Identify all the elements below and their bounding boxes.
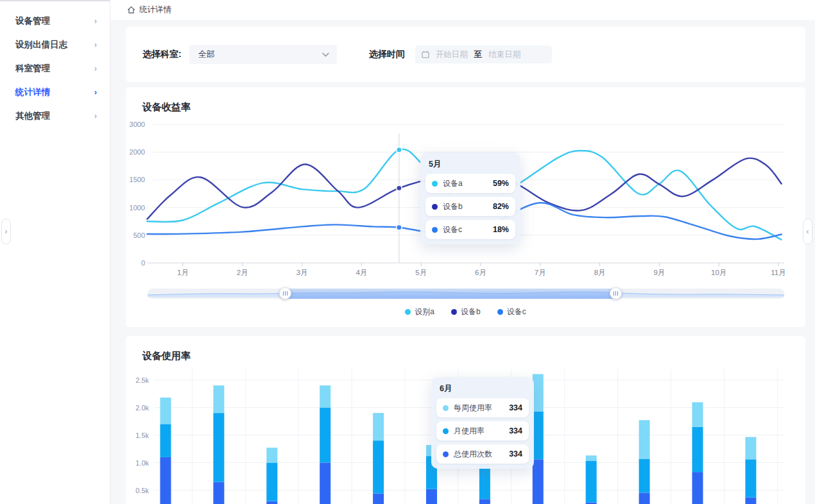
svg-text:8月: 8月 [594,269,606,276]
sidebar-menu: 设备管理 › 设别出借日志 › 科室管理 › 统计详情 › 其他管理 › [0,1,110,128]
time-filter-label: 选择时间 [369,49,405,60]
svg-text:7月: 7月 [535,269,546,276]
left-panel-toggle[interactable]: › [1,219,11,244]
sidebar-item-label: 科室管理 [15,63,50,74]
sidebar: 设备管理 › 设别出借日志 › 科室管理 › 统计详情 › 其他管理 › [0,0,110,504]
department-filter-label: 选择科室: [142,49,182,60]
chevron-right-icon: › [5,227,8,236]
tooltip-series-name: 总使用次数 [454,449,504,460]
tooltip-series-value: 82% [493,202,509,211]
tooltip-row: 每周使用率 334 [436,398,529,417]
legend-label: 设备c [507,307,526,317]
svg-text:1.0k: 1.0k [135,459,149,467]
legend-item-a[interactable]: 设别a [405,307,434,317]
tooltip-row: 设备b 82% [425,197,515,216]
chevron-right-icon: › [94,111,97,121]
svg-text:2月: 2月 [237,269,248,276]
svg-text:3月: 3月 [296,269,308,276]
legend-label: 设备b [461,307,481,317]
svg-text:0: 0 [141,259,145,267]
svg-text:10月: 10月 [711,269,726,276]
date-range-to-label: 至 [474,49,483,60]
tooltip-series-value: 334 [509,426,522,435]
sidebar-item-label: 统计详情 [15,87,50,98]
svg-text:1000: 1000 [130,204,145,212]
breadcrumb-label: 统计详情 [139,4,171,15]
filter-row: 选择科室: 全部 选择时间 开始日期 至 结束日期 [126,27,805,82]
tooltip-row: 设备c 18% [425,220,515,239]
sidebar-item-label: 其他管理 [15,110,50,122]
series-b-dot-icon [432,204,438,210]
tooltip-title: 5月 [429,159,515,170]
svg-text:11月: 11月 [771,269,785,276]
usage-chart-card: 设备使用率 0.5k1.0k1.5k2.0k2.5k 6月 每周使用率 334 … [126,336,805,504]
svg-text:1.5k: 1.5k [135,432,149,439]
monthly-usage-dot-icon [443,428,449,434]
sidebar-item-label: 设别出借日志 [15,39,67,51]
svg-text:1月: 1月 [177,269,189,276]
end-date-input[interactable]: 结束日期 [488,49,520,60]
tooltip-row: 月使用率 334 [436,421,529,441]
legend-b-dot-icon [451,309,457,315]
datazoom-right-handle[interactable] [610,287,622,299]
legend-item-c[interactable]: 设备c [497,307,526,317]
svg-text:3000: 3000 [130,121,145,128]
svg-text:2000: 2000 [130,148,145,156]
legend-item-b[interactable]: 设备b [451,307,481,317]
sidebar-item-device-management[interactable]: 设备管理 › [0,9,110,33]
sidebar-item-other-management[interactable]: 其他管理 › [0,104,110,128]
datazoom-selected-range[interactable] [285,289,615,299]
svg-text:6月: 6月 [475,269,486,276]
sidebar-item-label: 设备管理 [15,15,50,27]
chevron-down-icon [322,53,329,57]
svg-text:9月: 9月 [653,269,665,276]
series-a-dot-icon [432,181,438,187]
svg-text:5月: 5月 [415,269,427,276]
weekly-usage-dot-icon [443,405,449,411]
revenue-chart-legend: 设别a 设备b 设备c [126,307,805,317]
department-select[interactable]: 全部 [189,45,337,64]
svg-text:0.5k: 0.5k [135,487,149,494]
tooltip-series-name: 设备a [443,178,488,189]
tooltip-title: 6月 [440,383,529,394]
tooltip-row: 总使用次数 334 [436,444,529,464]
chevron-right-icon: › [94,87,97,97]
tooltip-series-value: 334 [509,403,522,412]
datazoom-slider[interactable] [148,289,784,299]
tooltip-series-name: 设备c [443,224,488,235]
chevron-right-icon: › [94,16,97,26]
legend-c-dot-icon [497,309,503,315]
chevron-right-icon: › [94,63,97,73]
sidebar-item-statistics-detail[interactable]: 统计详情 › [0,80,110,104]
sidebar-item-department-management[interactable]: 科室管理 › [0,56,110,80]
filter-card: 选择科室: 全部 选择时间 开始日期 至 结束日期 [126,27,805,82]
revenue-chart-card: 设备收益率 050010001500200030001月2月3月4月5月6月7月… [126,87,805,327]
chevron-left-icon: ‹ [807,227,809,236]
legend-a-dot-icon [405,309,411,315]
tooltip-row: 设备a 59% [425,174,515,193]
legend-label: 设别a [415,307,434,317]
usage-tooltip: 6月 每周使用率 334 月使用率 334 总使用次数 334 [431,377,534,469]
svg-text:500: 500 [133,231,145,239]
breadcrumb[interactable]: 统计详情 [127,4,171,15]
right-panel-toggle[interactable]: ‹ [803,219,812,244]
chevron-right-icon: › [94,40,97,49]
department-select-value: 全部 [198,49,215,60]
svg-text:4月: 4月 [356,269,367,276]
sidebar-item-lending-log[interactable]: 设别出借日志 › [0,33,110,56]
tooltip-series-value: 18% [493,225,509,234]
svg-text:1500: 1500 [130,176,145,183]
revenue-tooltip: 5月 设备a 59% 设备b 82% 设备c 18% [420,153,520,244]
tooltip-series-name: 设备b [443,201,488,212]
svg-text:2.5k: 2.5k [135,376,149,384]
svg-text:2.0k: 2.0k [135,404,149,412]
tooltip-series-name: 每周使用率 [454,403,504,414]
start-date-input[interactable]: 开始日期 [436,49,468,60]
tooltip-series-value: 334 [509,449,522,458]
series-c-dot-icon [432,227,438,233]
datazoom-left-handle[interactable] [279,287,291,299]
calendar-icon [422,51,429,58]
home-icon [127,6,135,14]
total-usage-dot-icon [443,451,449,457]
date-range-picker[interactable]: 开始日期 至 结束日期 [415,46,552,63]
